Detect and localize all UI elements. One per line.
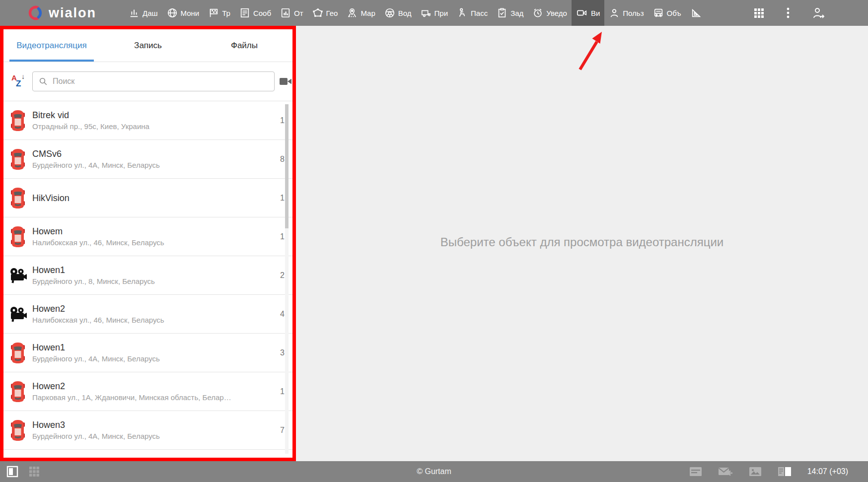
search-box	[32, 71, 275, 91]
user-login-icon	[811, 6, 825, 19]
list-item[interactable]: Howen2 Налибокская ул., 46, Минск, Белар…	[3, 294, 292, 333]
menu-item-label: Гео	[326, 9, 338, 17]
unit-camera-count: 3	[268, 348, 292, 357]
list-item[interactable]: Jv100 H	[3, 449, 292, 461]
menu-item-label: Зад	[510, 9, 523, 17]
menu-item-label: Вод	[398, 9, 412, 17]
menu-item-label: Уведо	[546, 9, 567, 17]
tab-recording[interactable]: Запись	[100, 29, 196, 62]
import-messages-button[interactable]	[718, 466, 733, 477]
account-button[interactable]	[811, 6, 825, 19]
menu-item-routes[interactable]: Мар	[342, 0, 379, 26]
videocam-icon	[279, 76, 292, 87]
bus-icon	[653, 7, 664, 18]
menu-item-notifications[interactable]: Уведо	[528, 0, 572, 26]
unit-camera-count: 8	[268, 155, 292, 164]
camera-filter-button[interactable]	[279, 76, 292, 87]
geofence-icon	[312, 7, 323, 18]
wialon-logo-icon	[26, 4, 44, 22]
unit-address: Отрадный пр., 95с, Киев, Украина	[32, 122, 268, 131]
menu-item-trailers[interactable]: При	[416, 0, 453, 26]
menu-item-label: Тр	[222, 9, 230, 17]
menu-item-video[interactable]: Ви	[572, 0, 604, 26]
steering-wheel-icon	[384, 7, 395, 18]
topbar-right-controls	[753, 6, 868, 19]
unit-address: Бурдейного ул., 4А, Минск, Беларусь	[32, 161, 268, 169]
list-item[interactable]: Howen1 Бурдейного ул., 4А, Минск, Белару…	[3, 333, 292, 372]
menu-item-users[interactable]: Польз	[604, 0, 648, 26]
car-icon	[10, 110, 26, 132]
video-camera-icon	[576, 7, 588, 18]
menu-item-geofences[interactable]: Гео	[308, 0, 343, 26]
search-icon	[39, 77, 48, 86]
menu-item-messages[interactable]: Сооб	[235, 0, 276, 26]
split-panel-icon	[778, 466, 792, 477]
split-view-button[interactable]	[778, 466, 792, 477]
map-pin-icon	[347, 7, 358, 18]
menu-item-label: Мони	[181, 9, 200, 17]
unit-address: Бурдейного ул., 8, Минск, Беларусь	[32, 277, 268, 285]
list-item[interactable]: HikVision 1	[3, 178, 292, 217]
menu-item-label: Польз	[623, 9, 644, 17]
list-item[interactable]: Howen3 Бурдейного ул., 4А, Минск, Белару…	[3, 411, 292, 449]
car-icon	[10, 148, 26, 170]
unit-name: Howen2	[32, 381, 268, 391]
unit-camera-count: 1	[268, 116, 292, 125]
more-menu-button[interactable]	[787, 7, 790, 19]
panel-scrollbar-thumb[interactable]	[285, 104, 289, 228]
kebab-menu-icon	[787, 7, 790, 19]
menu-item-drivers[interactable]: Вод	[380, 0, 416, 26]
list-item[interactable]: Howen1 Бурдейного ул., 8, Минск, Беларус…	[3, 256, 292, 294]
logo-text: wialon	[49, 5, 96, 21]
tab-video-stream[interactable]: Видеотрансляция	[3, 29, 100, 62]
list-item[interactable]: Bitrek vid Отрадный пр., 95с, Киев, Укра…	[3, 101, 292, 139]
list-item[interactable]: Howen2 Парковая ул., 1А, Ждановичи, Минс…	[3, 372, 292, 411]
menu-item-jobs[interactable]: Зад	[492, 0, 528, 26]
menu-item-dashboard[interactable]: Даш	[124, 0, 162, 26]
list-item[interactable]: CMSv6 Бурдейного ул., 4А, Минск, Беларус…	[3, 139, 292, 178]
tab-files[interactable]: Файлы	[196, 29, 292, 62]
menu-item-reports[interactable]: От	[276, 0, 308, 26]
passenger-icon	[457, 7, 468, 18]
footer-right-controls: 14:07 (+03)	[689, 466, 868, 477]
movie-camera-icon	[9, 268, 27, 283]
car-icon	[10, 187, 26, 209]
apps-grid-button[interactable]	[753, 7, 765, 19]
media-gallery-button[interactable]	[749, 466, 762, 477]
search-input[interactable]	[52, 76, 274, 86]
unit-name: CMSv6	[32, 149, 268, 159]
list-item[interactable]: Howem Налибокская ул., 46, Минск, Белару…	[3, 217, 292, 256]
menu-item-monitoring[interactable]: Мони	[162, 0, 204, 26]
unit-address: Парковая ул., 1А, Ждановичи, Минская обл…	[32, 393, 268, 402]
layout-grid-button[interactable]	[28, 466, 40, 478]
unit-address: Бурдейного ул., 4А, Минск, Беларусь	[32, 354, 268, 363]
bottom-status-bar: © Gurtam 14:07 (+03)	[0, 461, 868, 482]
panel-tabs: Видеотрансляция Запись Файлы	[3, 29, 292, 62]
menu-item-tracks[interactable]: Тр	[204, 0, 235, 26]
bar-chart-icon	[129, 7, 140, 18]
empty-state-message: Выберите объект для просмотра видеотранс…	[296, 235, 868, 249]
unit-address: Налибокская ул., 46, Минск, Беларусь	[32, 238, 268, 247]
unit-camera-count: 7	[268, 426, 292, 435]
car-icon	[10, 226, 26, 248]
document-icon	[239, 7, 250, 18]
notes-log-button[interactable]	[689, 466, 702, 477]
mail-import-icon	[718, 466, 733, 477]
unit-camera-count: 2	[268, 271, 292, 280]
flag-icon	[208, 7, 219, 18]
unit-name: Howen2	[32, 304, 268, 314]
car-icon	[10, 342, 26, 364]
copyright: © Gurtam	[296, 467, 572, 476]
unit-address: Налибокская ул., 46, Минск, Беларусь	[32, 316, 268, 324]
unit-camera-count: 4	[268, 310, 292, 319]
log-document-icon	[689, 466, 702, 477]
menu-item-label: При	[434, 9, 448, 17]
car-icon	[10, 419, 26, 441]
panel-toggle-icon	[6, 466, 18, 478]
sort-alphabetical-icon[interactable]: A↓Z	[11, 73, 26, 89]
menu-item-tools[interactable]	[686, 0, 710, 26]
ruler-icon	[690, 7, 702, 18]
menu-item-units[interactable]: Объ	[649, 0, 686, 26]
menu-item-passengers[interactable]: Пасс	[452, 0, 492, 26]
toggle-left-panel-button[interactable]	[6, 466, 18, 478]
